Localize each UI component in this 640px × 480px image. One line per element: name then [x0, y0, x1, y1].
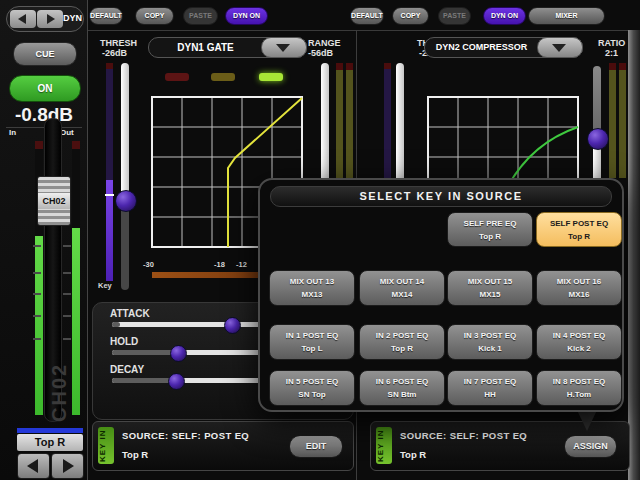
fader-tick: [33, 293, 41, 295]
dyn1-thresh-value: -26dB: [102, 48, 127, 58]
meter-fill: [35, 236, 43, 415]
keyin-edit-button[interactable]: EDIT: [289, 435, 343, 458]
decay-label: DECAY: [110, 364, 144, 375]
fader-tick: [63, 315, 71, 317]
dropdown-cap[interactable]: [261, 37, 307, 58]
left-arrow-icon: [18, 14, 26, 24]
prev-channel-button[interactable]: [10, 10, 36, 28]
out-meter-label: Out: [60, 128, 74, 137]
meter-fill: [72, 228, 80, 415]
dyn2-gr-meter: [609, 63, 616, 178]
panel-edge: [628, 30, 640, 480]
fader-tick: [33, 338, 41, 340]
nav-mode-label: DYN: [63, 13, 85, 23]
dyn1-thresh-fader[interactable]: [121, 63, 129, 200]
dyn1-copy-button[interactable]: COPY: [135, 7, 174, 25]
keyin-assign-button[interactable]: ASSIGN: [564, 435, 617, 458]
dyn1-range-value: -56dB: [308, 48, 333, 58]
gate-open-led: [259, 73, 283, 81]
channel-prev-button[interactable]: [17, 453, 50, 479]
dyn1-thresh-knob[interactable]: [115, 190, 137, 212]
right-arrow-icon: [63, 459, 74, 473]
channel-nav: DYN: [6, 6, 84, 32]
meter-peak-cap: [72, 141, 80, 149]
dyn2-type-value: DYN2 COMPRESSOR: [425, 38, 538, 57]
cue-button[interactable]: CUE: [13, 42, 77, 66]
fader-tick: [33, 315, 41, 317]
dyn1-gr-meter: [346, 63, 353, 178]
dyn2-gr-meter: [619, 63, 626, 178]
fader-tick: [33, 245, 41, 247]
fader-knob-label: CH02: [38, 193, 70, 209]
divider: [88, 30, 640, 31]
hold-knob[interactable]: [170, 345, 187, 362]
keyin-option-mix-out-16[interactable]: MIX OUT 16MX16: [536, 270, 622, 306]
chevron-down-icon: [552, 44, 566, 52]
keyin-source-text: SOURCE: SELF: POST EQ: [122, 430, 249, 441]
dyn2-copy-button[interactable]: COPY: [392, 7, 429, 25]
dyn1-axis-tick: -18: [214, 260, 225, 269]
gate-hold-led: [211, 73, 235, 81]
dyn2-paste-button[interactable]: PASTE: [438, 7, 471, 25]
keyin-option-mix-out-13[interactable]: MIX OUT 13MX13: [269, 270, 355, 306]
key-in-source-popup: SELECT KEY IN SOURCE SELF PRE EQTop R SE…: [258, 178, 624, 412]
next-channel-button[interactable]: [37, 10, 63, 28]
keyin-option-in6-post-eq[interactable]: IN 6 POST EQSN Btm: [359, 370, 445, 406]
dynamics-screen: DYN CUE ON -0.8dB In Out CH02 CH02 Top: [0, 0, 640, 480]
channel-on-button[interactable]: ON: [9, 75, 81, 102]
dyn1-axis-tick: -12: [236, 260, 247, 269]
keyin-option-in8-post-eq[interactable]: IN 8 POST EQH.Tom: [536, 370, 622, 406]
mixer-button[interactable]: MIXER: [528, 7, 605, 25]
keyin-option-in4-post-eq[interactable]: IN 4 POST EQKick 2: [536, 324, 622, 360]
channel-watermark: CH02: [48, 322, 71, 422]
dyn1-key-meter: [106, 63, 113, 281]
dyn2-type-dropdown[interactable]: DYN2 COMPRESSOR: [424, 37, 583, 58]
dyn1-type-dropdown[interactable]: DYN1 GATE: [148, 37, 307, 58]
dropdown-cap[interactable]: [537, 37, 583, 58]
popup-title: SELECT KEY IN SOURCE: [270, 186, 612, 207]
dyn1-axis-tick: -30: [143, 260, 154, 269]
channel-name-plate[interactable]: Top R: [17, 434, 83, 451]
dyn1-default-button[interactable]: DEFAULT: [89, 7, 123, 25]
keyin-tab: KEY IN: [98, 427, 114, 464]
attack-knob[interactable]: [224, 317, 241, 334]
keyin-option-self-pre-eq[interactable]: SELF PRE EQTop R: [447, 212, 533, 247]
keyin-option-self-post-eq[interactable]: SELF POST EQTop R: [536, 212, 622, 247]
gate-closed-led: [165, 73, 189, 81]
channel-next-button[interactable]: [51, 453, 84, 479]
dyn2-default-button[interactable]: DEFAULT: [350, 7, 384, 25]
keyin-source-text: SOURCE: SELF: POST EQ: [400, 430, 527, 441]
keyin-option-in7-post-eq[interactable]: IN 7 POST EQHH: [447, 370, 533, 406]
fader-tick: [63, 245, 71, 247]
dyn2-ratio-knob[interactable]: [587, 128, 609, 150]
keyin-option-in5-post-eq[interactable]: IN 5 POST EQSN Top: [269, 370, 355, 406]
chevron-down-icon: [276, 44, 290, 52]
decay-knob[interactable]: [168, 373, 185, 390]
channel-fader-knob[interactable]: CH02: [37, 176, 71, 226]
keyin-source-name: Top R: [400, 449, 426, 460]
dyn1-on-button[interactable]: DYN ON: [225, 7, 268, 25]
keyin-tab: KEY IN: [376, 427, 392, 464]
dyn1-paste-button[interactable]: PASTE: [183, 7, 218, 25]
dyn1-gr-meter: [336, 63, 343, 178]
out-level-meter: [72, 141, 80, 415]
hold-label: HOLD: [110, 336, 138, 347]
channel-strip: DYN CUE ON -0.8dB In Out CH02 CH02 Top: [0, 0, 88, 480]
dyn1-type-value: DYN1 GATE: [149, 38, 262, 57]
keyin-option-in1-post-eq[interactable]: IN 1 POST EQTop L: [269, 324, 355, 360]
meter-peak-cap: [35, 141, 43, 149]
keyin-option-in3-post-eq[interactable]: IN 3 POST EQKick 1: [447, 324, 533, 360]
keyin-option-mix-out-14[interactable]: MIX OUT 14MX14: [359, 270, 445, 306]
keyin-option-mix-out-15[interactable]: MIX OUT 15MX15: [447, 270, 533, 306]
keyin-option-in2-post-eq[interactable]: IN 2 POST EQTop R: [359, 324, 445, 360]
attack-label: ATTACK: [110, 308, 150, 319]
fader-tick: [63, 272, 71, 274]
in-meter-label: In: [9, 128, 16, 137]
dyn2-on-button[interactable]: DYN ON: [483, 7, 526, 25]
right-arrow-icon: [47, 14, 55, 24]
dyn1-keyin-panel: KEY IN SOURCE: SELF: POST EQ Top R EDIT: [92, 421, 354, 471]
dyn1-range-label: RANGE: [308, 38, 341, 48]
dyn1-thresh-fader-lower[interactable]: [121, 200, 129, 290]
fader-tick: [63, 293, 71, 295]
dyn2-ratio-value: 2:1: [605, 48, 618, 58]
